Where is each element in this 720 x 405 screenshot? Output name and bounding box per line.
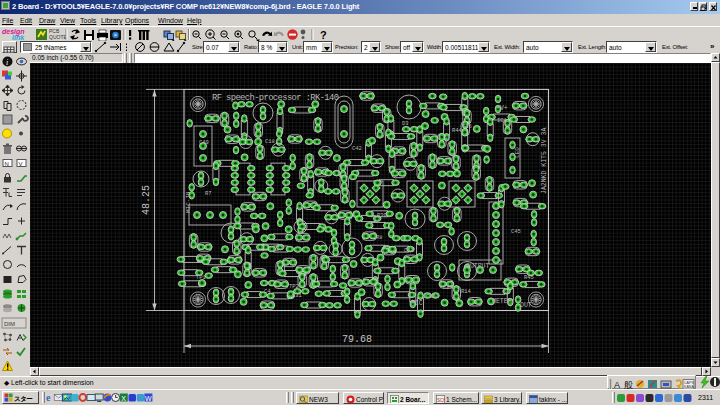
svg-text:C12: C12 bbox=[404, 247, 414, 254]
svg-text:R45: R45 bbox=[524, 274, 534, 281]
svg-text:CAPS: CAPS bbox=[684, 381, 694, 385]
svg-text:METER: METER bbox=[492, 298, 512, 305]
svg-text:JA2NKD KIT5 3V 3A: JA2NKD KIT5 3V 3A bbox=[541, 128, 548, 194]
svg-text:TP1: TP1 bbox=[196, 274, 207, 281]
svg-text:C18: C18 bbox=[265, 138, 275, 145]
svg-text:RF speech-processor :RK-140: RF speech-processor :RK-140 bbox=[212, 93, 339, 103]
svg-text:C31: C31 bbox=[292, 292, 303, 299]
svg-text:C4: C4 bbox=[264, 288, 271, 295]
svg-text:C45: C45 bbox=[511, 228, 521, 235]
svg-text:C27: C27 bbox=[443, 284, 453, 291]
svg-text:R8: R8 bbox=[376, 234, 383, 241]
svg-text:SCH: SCH bbox=[437, 397, 445, 402]
svg-text:R14: R14 bbox=[461, 288, 472, 295]
svg-text:79.68: 79.68 bbox=[342, 334, 372, 345]
svg-text:TP2: TP2 bbox=[289, 283, 299, 290]
svg-text:R44: R44 bbox=[452, 127, 463, 134]
svg-text:IC1: IC1 bbox=[497, 117, 508, 124]
svg-text:MIC-IN: MIC-IN bbox=[185, 191, 192, 213]
svg-text:MIC: MIC bbox=[411, 300, 423, 307]
svg-text:C42: C42 bbox=[352, 145, 362, 152]
svg-text:V: V bbox=[19, 161, 23, 167]
svg-text:DIM: DIM bbox=[4, 321, 15, 327]
svg-text:LED: LED bbox=[514, 147, 521, 158]
svg-text:R30: R30 bbox=[377, 212, 387, 219]
svg-text:OUT: OUT bbox=[520, 302, 532, 309]
svg-text:C36: C36 bbox=[426, 293, 436, 300]
svg-text:R7: R7 bbox=[205, 190, 212, 197]
svg-text:link: link bbox=[12, 34, 25, 41]
svg-text:X: X bbox=[121, 395, 126, 402]
svg-text:OUTPUT: OUTPUT bbox=[466, 263, 490, 270]
svg-text:i: i bbox=[6, 58, 8, 67]
svg-text:W: W bbox=[145, 395, 152, 402]
svg-text:48.25: 48.25 bbox=[141, 185, 152, 215]
svg-text:QUOTE: QUOTE bbox=[49, 34, 67, 40]
svg-text:C26: C26 bbox=[462, 123, 472, 130]
svg-text:D3: D3 bbox=[402, 120, 409, 127]
svg-text:C49: C49 bbox=[199, 139, 209, 146]
svg-text:e: e bbox=[46, 392, 51, 403]
svg-text:N: N bbox=[5, 161, 9, 167]
svg-text:+V+: +V+ bbox=[496, 105, 508, 112]
svg-text:?: ? bbox=[320, 29, 327, 41]
